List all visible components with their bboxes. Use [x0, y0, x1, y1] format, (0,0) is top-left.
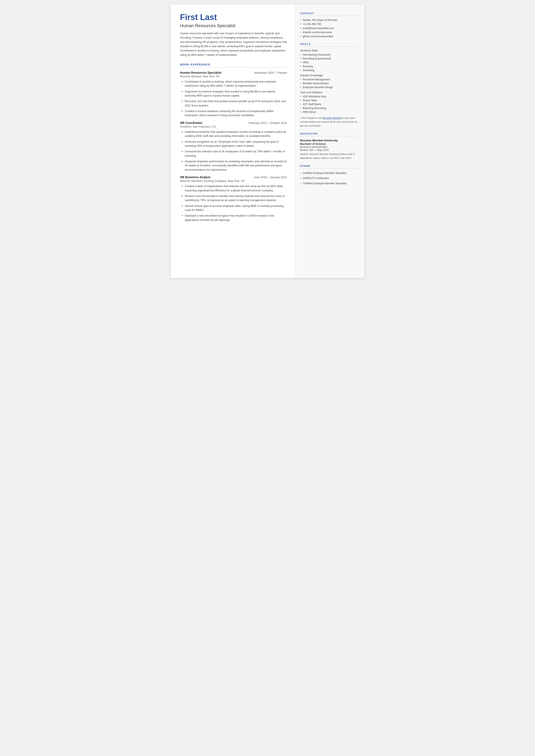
skill-item: Personnel Management: [300, 78, 358, 81]
tools-skills-label: Tools and Software:: [300, 91, 358, 94]
skill-item: AST Staff Matrix: [300, 103, 358, 106]
job-2-company: Growthsi, San Francisco, CA: [180, 125, 287, 128]
skill-item: Recruiting (Experienced): [300, 57, 358, 60]
tip-text: • Don't forget to use Resume Worded to s…: [300, 116, 358, 127]
industry-skills-list: Personnel Management Benefits Administra…: [300, 78, 358, 89]
edu-awards: Awards: Resume Worded Teaching Fellow (o…: [300, 153, 358, 160]
job-3-dates: June 2010 – January 2013: [254, 176, 287, 179]
job-1-bullets: Contributed to workforce training, which…: [180, 80, 287, 118]
job-3-company: Resume Worded's Exciting Company, New Yo…: [180, 179, 287, 182]
list-item: Created a resume database containing 88 …: [181, 109, 287, 118]
skill-item: Oracle Taleo: [300, 99, 358, 102]
list-item: Utilized Oracle apps to process employee…: [181, 204, 287, 212]
job-3-header: HR Business Analyst June 2010 – January …: [180, 176, 287, 179]
summary-text: Human resources specialist with over 9 y…: [180, 31, 287, 57]
job-3-bullets: Created a table of organizations that re…: [180, 184, 287, 222]
job-3-title: HR Business Analyst: [180, 176, 210, 179]
other-item: Certified Employee Benefits Specialist.: [300, 182, 358, 185]
contact-list: Seattle, WA (Open to Remote) +1-234-456-…: [300, 18, 358, 38]
job-1-company: Resume Worded, New York, NY: [180, 75, 287, 78]
job-2-title: HR Coordinator: [180, 121, 203, 125]
edu-degree: Bachelor of Science: [300, 142, 358, 146]
list-item: Achieved recognition as an "Employee of …: [181, 140, 287, 148]
skills-section-title: SKILLS: [300, 43, 358, 46]
list-item: Recruited 120 new hires that jacked reve…: [181, 99, 287, 108]
job-2-header: HR Coordinator February 2013 – October 2…: [180, 121, 287, 125]
skill-item: HRM Direct: [300, 111, 358, 114]
technical-skills-list: Interviewing (Advanced) Recruiting (Expe…: [300, 53, 358, 72]
list-item: Worked cross-functionally to identify ne…: [181, 194, 287, 203]
right-column: CONTACT Seattle, WA (Open to Remote) +1-…: [295, 4, 365, 278]
candidate-name: First Last: [180, 13, 287, 22]
other-section-title: OTHER: [300, 165, 358, 169]
other-item: Certified Employee Benefits Specialist.: [300, 171, 358, 175]
list-item: Created a table of organizations that re…: [181, 184, 287, 193]
contact-item: Seattle, WA (Open to Remote): [300, 18, 358, 21]
contact-section-title: CONTACT: [300, 12, 358, 16]
skill-item: ADP Workforce Now: [300, 95, 358, 98]
contact-item: email@resumeworded.com: [300, 27, 358, 30]
job-1-title: Human Resources Specialist: [180, 71, 221, 74]
job-2-dates: February 2013 – October 2015: [249, 121, 287, 125]
skill-item: Employee Benefits Design: [300, 86, 358, 89]
resume-page: First Last Human Resources Specialist Hu…: [171, 4, 365, 278]
candidate-title: Human Resources Specialist: [180, 23, 287, 28]
skill-item: Screening: [300, 69, 358, 72]
job-1-header: Human Resources Specialist November 2015…: [180, 71, 287, 74]
edu-location: Boston, MA — May 2010: [300, 149, 358, 152]
tools-skills-list: ADP Workforce Now Oracle Taleo AST Staff…: [300, 95, 358, 114]
job-1-dates: November 2015 – Present: [254, 71, 287, 74]
education-section-title: EDUCATION: [300, 132, 358, 136]
list-item: Organized recruitment strategies that re…: [181, 90, 287, 98]
list-item: Contributed to workforce training, which…: [181, 80, 287, 88]
contact-item: +1-234-456-789: [300, 23, 358, 26]
left-column: First Last Human Resources Specialist Hu…: [171, 4, 295, 278]
work-experience-section-title: WORK EXPERIENCE: [180, 63, 287, 68]
industry-skills-label: Industry Knowledge:: [300, 74, 358, 77]
resume-worded-link[interactable]: Resume Worded: [323, 117, 341, 119]
edu-school: Resume Worded University: [300, 139, 358, 142]
list-item: Instituted procedures that updated emplo…: [181, 130, 287, 138]
other-list: Certified Employee Benefits Specialist. …: [300, 171, 358, 185]
other-item: SHRM-CP Certification: [300, 176, 358, 180]
skill-item: Interviewing (Advanced): [300, 53, 358, 56]
edu-field: Business Administration: [300, 146, 358, 149]
contact-item: linkedin.com/in/username: [300, 31, 358, 34]
list-item: Analyzed employee performance by reviewi…: [181, 159, 287, 172]
skill-item: Benefits Administration: [300, 82, 358, 85]
technical-skills-label: Technical Skills:: [300, 49, 358, 52]
skill-item: Sourcing: [300, 65, 358, 68]
contact-item: github.com/resumeworded: [300, 35, 358, 38]
job-2-bullets: Instituted procedures that updated emplo…: [180, 130, 287, 172]
list-item: Deployed a new recruitment program that …: [181, 214, 287, 222]
skill-item: HRIS: [300, 61, 358, 64]
list-item: Increased the retention rate of 2K emplo…: [181, 150, 287, 158]
skill-item: BlackDog Recruiting: [300, 107, 358, 110]
